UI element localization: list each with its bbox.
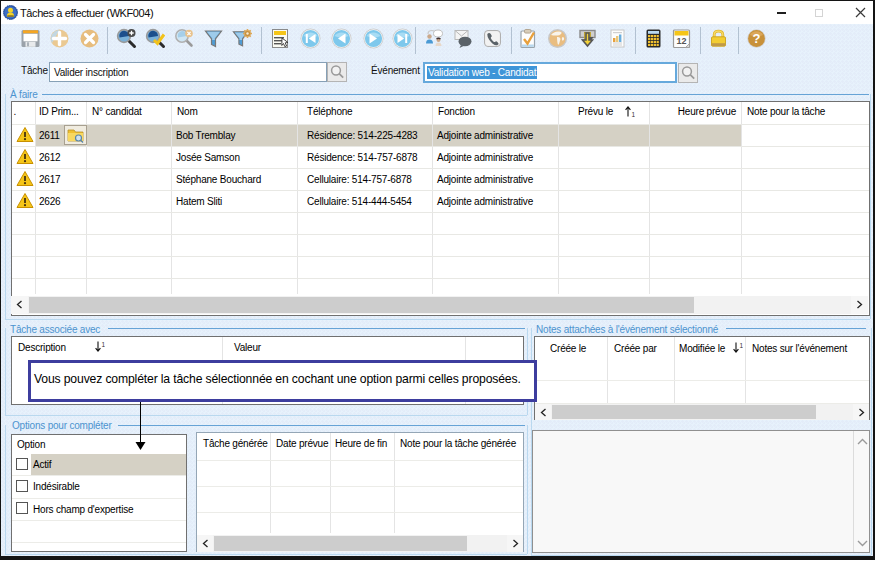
svg-text:12: 12 xyxy=(676,35,686,45)
svg-text:1: 1 xyxy=(101,341,105,348)
svg-text:1: 1 xyxy=(631,111,635,118)
svg-text:1: 1 xyxy=(739,342,743,349)
svg-text:?: ? xyxy=(752,31,760,46)
